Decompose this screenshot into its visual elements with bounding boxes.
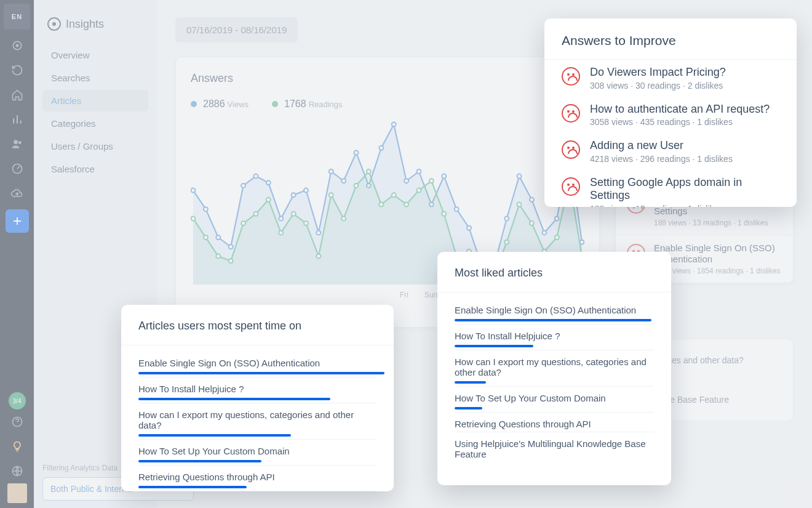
help-icon[interactable]: [0, 409, 34, 434]
article-title: Enable Single Sign On (SSO) Authenticati…: [455, 305, 654, 315]
improve-row[interactable]: Do Viewers Impact Pricing? 308 views · 3…: [544, 60, 797, 97]
improve-item-title: Adding a new User: [590, 139, 733, 153]
svg-point-16: [304, 188, 308, 193]
analytics-icon[interactable]: [0, 107, 34, 132]
date-range-picker[interactable]: 07/16/2019 - 08/16/2019: [175, 17, 298, 42]
article-bar: [138, 460, 261, 462]
users-icon[interactable]: [0, 132, 34, 156]
history-icon[interactable]: [0, 58, 34, 83]
language-selector[interactable]: EN: [4, 4, 30, 30]
svg-point-59: [442, 212, 446, 216]
nav-categories[interactable]: Categories: [42, 113, 148, 134]
legend-views: 2886Views: [191, 99, 249, 110]
brand-label: Insights: [66, 18, 104, 31]
liked-title: Most liked articles: [437, 252, 671, 292]
svg-point-8: [204, 207, 208, 211]
svg-point-58: [429, 179, 434, 183]
home-icon[interactable]: [0, 83, 34, 107]
article-row[interactable]: Retrieving Questions through API: [455, 413, 654, 432]
article-row[interactable]: How To Set Up Your Custom Domain: [138, 440, 376, 466]
svg-point-34: [530, 198, 534, 202]
article-title: How can I export my questions, categorie…: [138, 409, 376, 430]
svg-point-49: [316, 254, 320, 259]
article-row[interactable]: How To Install Helpjuice ?: [455, 325, 654, 350]
spent-title: Articles users most spent time on: [121, 305, 394, 345]
svg-point-36: [555, 216, 559, 220]
article-bar: [455, 345, 533, 347]
article-title: How To Install Helpjuice ?: [138, 384, 376, 394]
svg-point-23: [392, 123, 396, 127]
svg-point-32: [504, 216, 509, 220]
svg-point-42: [229, 259, 233, 263]
reticle-icon[interactable]: [0, 33, 34, 58]
svg-point-46: [279, 230, 283, 235]
svg-point-66: [530, 221, 534, 225]
svg-point-7: [191, 188, 196, 193]
improve-row[interactable]: How to authenticate an API request? 3058…: [544, 97, 797, 134]
svg-point-43: [241, 221, 245, 225]
article-title: How To Set Up Your Custom Domain: [455, 393, 654, 403]
svg-point-65: [517, 203, 522, 207]
sad-face-icon: [562, 140, 580, 159]
article-row[interactable]: How can I export my questions, categorie…: [455, 350, 654, 387]
article-title: How To Set Up Your Custom Domain: [138, 446, 376, 456]
article-row[interactable]: How To Install Helpjuice ?: [138, 377, 376, 403]
add-button[interactable]: [6, 209, 29, 233]
svg-point-56: [404, 203, 408, 207]
article-row[interactable]: Retrieving Questions through API: [138, 466, 376, 491]
nav-salesforce[interactable]: Salesforce: [42, 158, 148, 180]
user-avatar[interactable]: [7, 483, 27, 503]
article-row[interactable]: Enable Single Sign On (SSO) Authenticati…: [138, 352, 376, 377]
svg-point-9: [216, 235, 220, 240]
most-liked-articles-popup: Most liked articles Enable Single Sign O…: [437, 252, 671, 485]
svg-point-33: [517, 174, 522, 179]
article-bar: [455, 407, 482, 409]
article-row[interactable]: Using Helpjuice's Multilingual Knowledge…: [455, 432, 654, 462]
svg-point-39: [191, 216, 196, 220]
svg-point-54: [379, 203, 383, 207]
svg-point-24: [404, 179, 408, 183]
svg-point-68: [555, 235, 559, 240]
article-row[interactable]: How can I export my questions, categorie…: [138, 403, 376, 440]
article-title: Retrieving Questions through API: [455, 419, 654, 429]
progress-badge[interactable]: 3/4: [9, 392, 26, 409]
article-bar: [138, 372, 384, 374]
lightbulb-icon[interactable]: [0, 434, 34, 459]
article-row[interactable]: How To Set Up Your Custom Domain: [455, 387, 654, 413]
svg-point-35: [542, 230, 546, 235]
most-time-articles-popup: Articles users most spent time on Enable…: [121, 305, 394, 491]
article-title: Using Helpjuice's Multilingual Knowledge…: [455, 438, 654, 459]
improve-row[interactable]: Setting Google Apps domain in Settings 1…: [544, 170, 797, 207]
target-icon[interactable]: [0, 156, 34, 181]
improve-title: Answers to Improve: [544, 18, 797, 60]
svg-point-25: [416, 169, 421, 174]
improve-item-meta: 308 views · 30 readings · 2 dislikes: [590, 81, 726, 91]
cloud-upload-icon[interactable]: [0, 181, 34, 206]
svg-point-48: [304, 221, 308, 225]
nav-overview[interactable]: Overview: [42, 44, 148, 66]
answers-to-improve-popup: Answers to Improve Do Viewers Impact Pri…: [544, 18, 797, 207]
article-title: How To Install Helpjuice ?: [455, 331, 654, 341]
chart-legend: 2886Views 1768Readings: [191, 99, 584, 110]
article-row[interactable]: Enable Single Sign On (SSO) Authenticati…: [455, 299, 654, 325]
app-iconbar: EN 3/4: [0, 0, 34, 508]
nav-searches[interactable]: Searches: [42, 67, 148, 89]
improve-item-title: Setting Google Apps domain in Settings: [590, 176, 784, 203]
svg-point-14: [279, 216, 283, 220]
svg-point-64: [504, 240, 509, 244]
legend-readings: 1768Readings: [272, 99, 343, 110]
svg-point-40: [204, 235, 208, 240]
improve-row[interactable]: Adding a new User 4218 views · 296 readi…: [544, 133, 797, 170]
globe-icon[interactable]: [0, 459, 34, 483]
sad-face-icon: [562, 104, 580, 123]
svg-point-20: [354, 150, 359, 155]
svg-point-41: [216, 254, 220, 259]
svg-point-47: [292, 212, 296, 216]
svg-point-13: [266, 180, 271, 185]
article-bar: [138, 398, 330, 400]
sad-face-icon: [562, 177, 580, 196]
nav-users-groups[interactable]: Users / Groups: [42, 135, 148, 157]
nav-articles[interactable]: Articles: [42, 90, 148, 111]
svg-point-11: [241, 183, 245, 188]
svg-point-44: [253, 212, 258, 216]
